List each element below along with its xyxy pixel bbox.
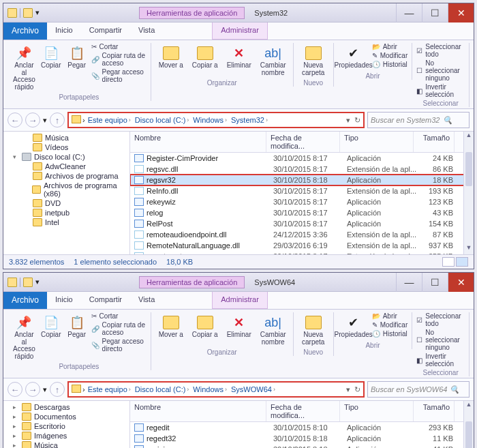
breadcrumb-item[interactable]: Disco local (C:)› (134, 385, 191, 393)
mover-button[interactable]: Mover a (155, 43, 187, 71)
sidebar-item[interactable]: Archivos de programa (3, 171, 129, 181)
scroll-thumb[interactable] (465, 421, 472, 448)
tree-twisty-icon[interactable]: ▸ (13, 423, 19, 430)
qat-dropdown-icon[interactable]: ▾ (35, 8, 40, 17)
tree-twisty-icon[interactable]: ▸ (13, 404, 19, 410)
titlebar[interactable]: ▾Herramientas de aplicaciónSystem32—☐✕ (3, 3, 474, 23)
sidebar[interactable]: MúsicaVídeos▾Disco local (C:)AdwCleanerA… (3, 132, 130, 254)
pin-button[interactable]: 📌Anclar al Acceso rápido (12, 312, 37, 361)
inv_sel-button[interactable]: ◧Invertir selección (416, 83, 465, 98)
chevron-right-icon[interactable]: › (129, 386, 131, 393)
copiar_ruta-button[interactable]: 🔗Copiar ruta de acceso (91, 321, 147, 336)
pegar_directo-button[interactable]: 📎Pegar acceso directo (91, 68, 147, 83)
scrollbar[interactable]: ▲▼ (463, 132, 474, 254)
tree-twisty-icon[interactable]: ▸ (13, 413, 19, 420)
address-dropdown-icon[interactable]: ▾ (346, 385, 350, 394)
sidebar-item[interactable]: DVD (3, 198, 129, 208)
inv_sel-button[interactable]: ◧Invertir selección (416, 353, 465, 368)
col-type[interactable]: Tipo (340, 132, 414, 152)
table-row[interactable]: regsvr3230/10/2015 8:18Aplicación18 KB (130, 175, 474, 185)
nav-dropdown-icon[interactable]: ▾ (43, 116, 47, 125)
chevron-right-icon[interactable]: › (129, 117, 131, 123)
sidebar-item[interactable]: ▸Descargas (3, 402, 129, 412)
sidebar-item[interactable]: Intel (3, 218, 129, 227)
historial-button[interactable]: 🕓Historial (372, 330, 408, 338)
maximize-button[interactable]: ☐ (422, 3, 448, 23)
tree-twisty-icon[interactable]: ▾ (13, 153, 19, 160)
menu-file[interactable]: Archivo (3, 292, 47, 309)
copiar_ruta-button[interactable]: 🔗Copiar ruta de acceso (91, 52, 147, 67)
address-dropdown-icon[interactable]: ▾ (346, 116, 350, 125)
chevron-right-icon[interactable]: › (82, 116, 85, 124)
propiedades-button[interactable]: ✔Propiedades (338, 312, 369, 340)
pegar-button[interactable]: 📋Pegar (65, 43, 89, 71)
view-details-button[interactable] (442, 257, 455, 267)
copiar_a-button[interactable]: Copiar a (189, 43, 221, 71)
breadcrumb-item[interactable]: Windows› (191, 385, 228, 393)
table-row[interactable]: RemoteNaturalLanguage.dll29/03/2016 6:19… (130, 240, 474, 251)
scroll-up-icon[interactable]: ▲ (464, 401, 474, 411)
copiar_a-button[interactable]: Copiar a (189, 312, 221, 340)
sidebar-item[interactable]: ▸Música (3, 440, 129, 448)
minimize-button[interactable]: — (396, 273, 422, 292)
eliminar-button[interactable]: ✕Eliminar (224, 43, 255, 71)
tree-twisty-icon[interactable]: ▸ (13, 432, 19, 439)
sidebar-item[interactable]: Música (3, 133, 129, 143)
sidebar-item[interactable]: ▾Disco local (C:) (3, 152, 129, 162)
minimize-button[interactable]: — (396, 3, 422, 23)
pegar_directo-button[interactable]: 📎Pegar acceso directo (91, 338, 147, 353)
table-row[interactable]: regsvc.dll30/10/2015 8:17Extensión de la… (130, 164, 474, 175)
chevron-right-icon[interactable]: › (187, 117, 189, 123)
sidebar-item[interactable]: AdwCleaner (3, 162, 129, 171)
table-row[interactable]: Register-CimProvider30/10/2015 8:17Aplic… (130, 153, 474, 164)
menu-vista[interactable]: Vista (130, 23, 163, 40)
sidebar-item[interactable]: ▸Documentos (3, 412, 129, 421)
sel_todo-button[interactable]: ☑Seleccionar todo (416, 312, 465, 327)
copiar-button[interactable]: 📄Copiar (40, 312, 63, 340)
scroll-thumb[interactable] (465, 152, 472, 186)
column-headers[interactable]: NombreFecha de modifica...TipoTamaño (130, 132, 474, 153)
abrir-button[interactable]: 📂Abrir (372, 312, 408, 320)
table-row[interactable]: regedt3230/10/2015 8:18Aplicación11 KB (130, 433, 474, 444)
sidebar-item[interactable]: Vídeos (3, 143, 129, 152)
table-row[interactable]: ReInfo.dll30/10/2015 8:17Extensión de la… (130, 185, 474, 196)
table-row[interactable]: RelPost30/10/2015 8:17Aplicación154 KB (130, 218, 474, 229)
view-icons-button[interactable] (456, 257, 468, 267)
qat-icon[interactable] (23, 278, 33, 287)
modificar-button[interactable]: ✎Modificar (372, 321, 408, 329)
nav-forward-button[interactable]: → (25, 382, 40, 397)
col-date[interactable]: Fecha de modifica... (266, 132, 340, 152)
breadcrumb-item[interactable]: Este equipo› (87, 385, 132, 393)
pegar-button[interactable]: 📋Pegar (65, 312, 89, 340)
table-row[interactable]: relog30/10/2015 8:17Aplicación43 KB (130, 207, 474, 218)
nueva-carpeta-button[interactable]: Nueva carpeta (298, 43, 329, 78)
qat-dropdown-icon[interactable]: ▾ (35, 278, 40, 286)
scroll-down-icon[interactable]: ▼ (464, 244, 474, 254)
col-name[interactable]: Nombre (130, 132, 266, 152)
search-input[interactable]: Buscar en System32🔍 (367, 112, 470, 128)
breadcrumb-item[interactable]: Disco local (C:)› (134, 116, 191, 124)
tree-twisty-icon[interactable]: ▸ (13, 442, 19, 448)
scroll-up-icon[interactable]: ▲ (464, 132, 474, 142)
scrollbar[interactable]: ▲▼ (463, 401, 474, 448)
cambiar-button[interactable]: ab|Cambiar nombre (258, 43, 289, 78)
col-size[interactable]: Tamaño (414, 401, 455, 421)
nav-up-button[interactable]: ↑ (50, 113, 65, 128)
col-date[interactable]: Fecha de modifica... (266, 401, 340, 421)
titlebar[interactable]: ▾Herramientas de aplicaciónSysWOW64—☐✕ (3, 273, 474, 292)
mover-button[interactable]: Mover a (155, 312, 187, 340)
menu-compartir[interactable]: Compartir (81, 292, 130, 309)
breadcrumb-item[interactable]: SysWOW64› (230, 385, 277, 393)
file-list[interactable]: NombreFecha de modifica...TipoTamañorege… (130, 401, 474, 448)
historial-button[interactable]: 🕓Historial (372, 61, 408, 68)
column-headers[interactable]: NombreFecha de modifica...TipoTamaño (130, 401, 474, 422)
breadcrumb-item[interactable]: Windows› (191, 116, 228, 124)
breadcrumb-item[interactable]: Este equipo› (87, 116, 132, 124)
chevron-right-icon[interactable]: › (273, 386, 275, 393)
chevron-right-icon[interactable]: › (187, 386, 189, 393)
modificar-button[interactable]: ✎Modificar (372, 52, 408, 59)
sel_ninguno-button[interactable]: ☐No seleccionar ninguno (416, 59, 465, 82)
cambiar-button[interactable]: ab|Cambiar nombre (258, 312, 289, 347)
menu-inicio[interactable]: Inicio (47, 292, 81, 309)
table-row[interactable]: remotesp.tsp30/10/2015 8:17Extensión de … (130, 251, 474, 254)
